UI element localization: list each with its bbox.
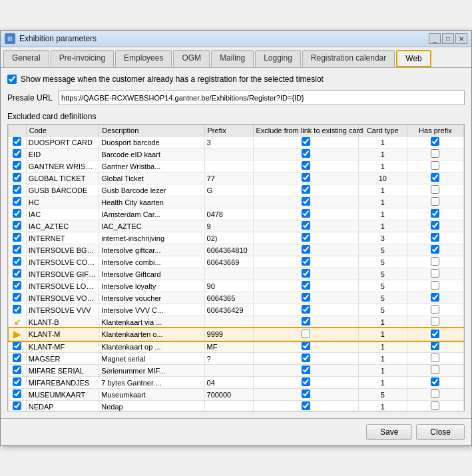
- row-hasprefix-checkbox[interactable]: [431, 365, 439, 374]
- row-exclude-checkbox[interactable]: [302, 305, 310, 314]
- row-hasprefix-checkbox[interactable]: [431, 221, 439, 230]
- tab-employees[interactable]: Employees: [115, 50, 172, 67]
- row-exclude-checkbox[interactable]: [302, 377, 310, 386]
- row-hasprefix-checkbox[interactable]: [431, 354, 439, 362]
- row-checked-checkbox[interactable]: [13, 389, 21, 398]
- row-checked-checkbox[interactable]: [13, 354, 21, 362]
- row-checked-checkbox[interactable]: [13, 257, 21, 266]
- row-hasprefix-checkbox[interactable]: [431, 257, 439, 266]
- save-button[interactable]: Save: [366, 424, 412, 440]
- row-checked-checkbox[interactable]: [13, 305, 21, 314]
- row-checked-checkbox[interactable]: [13, 245, 21, 254]
- row-exclude-checkbox[interactable]: [302, 269, 310, 278]
- row-hasprefix-checkbox[interactable]: [431, 197, 439, 206]
- row-exclude-checkbox[interactable]: [302, 317, 310, 326]
- row-exclude-cell: [253, 280, 358, 292]
- row-code: KLANT-MF: [26, 341, 99, 353]
- row-exclude-checkbox[interactable]: [302, 137, 310, 146]
- close-button[interactable]: ✕: [455, 33, 467, 44]
- row-hasprefix-checkbox[interactable]: [431, 389, 439, 398]
- close-button-footer[interactable]: Close: [416, 424, 465, 440]
- row-prefix: 90: [204, 280, 253, 292]
- row-checked-checkbox[interactable]: [13, 281, 21, 290]
- row-exclude-checkbox[interactable]: [302, 330, 310, 338]
- row-cardtype: 10: [358, 172, 407, 184]
- row-hasprefix-checkbox[interactable]: [431, 173, 439, 182]
- minimize-button[interactable]: _: [429, 33, 441, 44]
- row-checked-checkbox[interactable]: [13, 269, 21, 278]
- title-bar-left: ⊞ Exhibition parameters: [5, 33, 97, 44]
- row-exclude-checkbox[interactable]: [302, 149, 310, 158]
- tab-web[interactable]: Web: [396, 50, 431, 67]
- row-exclude-checkbox[interactable]: [302, 173, 310, 182]
- row-exclude-checkbox[interactable]: [302, 354, 310, 362]
- row-hasprefix-checkbox[interactable]: [431, 377, 439, 386]
- row-hasprefix-checkbox[interactable]: [431, 245, 439, 254]
- row-description: internet-inschrijving: [99, 232, 204, 244]
- row-exclude-checkbox[interactable]: [302, 401, 310, 410]
- row-exclude-checkbox[interactable]: [302, 233, 310, 242]
- row-exclude-checkbox[interactable]: [302, 293, 310, 302]
- row-checked-checkbox[interactable]: [13, 342, 21, 350]
- row-checked-checkbox[interactable]: [13, 197, 21, 206]
- maximize-button[interactable]: □: [442, 33, 454, 44]
- row-checked-checkbox[interactable]: [13, 365, 21, 374]
- row-hasprefix-checkbox[interactable]: [431, 281, 439, 290]
- tab-registration-calendar[interactable]: Registration calendar: [302, 50, 395, 67]
- show-message-checkbox[interactable]: [7, 75, 17, 84]
- row-checked-checkbox[interactable]: [13, 233, 21, 242]
- row-hasprefix-checkbox[interactable]: [431, 149, 439, 158]
- row-exclude-checkbox[interactable]: [302, 197, 310, 206]
- row-checked-checkbox[interactable]: [13, 149, 21, 158]
- row-prefix: 60643669: [204, 256, 253, 268]
- tab-logging[interactable]: Logging: [255, 50, 301, 67]
- row-exclude-checkbox[interactable]: [302, 257, 310, 266]
- row-exclude-cell: [253, 148, 358, 160]
- row-checked-checkbox[interactable]: [13, 161, 21, 170]
- row-checked-checkbox[interactable]: [13, 401, 21, 410]
- row-hasprefix-checkbox[interactable]: [431, 269, 439, 278]
- row-hasprefix-checkbox[interactable]: [431, 401, 439, 410]
- row-checked-checkbox[interactable]: [13, 377, 21, 386]
- row-hasprefix-checkbox[interactable]: [431, 293, 439, 302]
- row-hasprefix-checkbox[interactable]: [431, 161, 439, 170]
- table-scroll-area[interactable]: Code Description Prefix Exclude from lin…: [8, 124, 464, 411]
- row-exclude-checkbox[interactable]: [302, 342, 310, 350]
- row-hasprefix-cell: [407, 136, 463, 148]
- row-exclude-checkbox[interactable]: [302, 185, 310, 194]
- row-exclude-checkbox[interactable]: [302, 209, 310, 218]
- row-exclude-checkbox[interactable]: [302, 161, 310, 170]
- row-hasprefix-checkbox[interactable]: [431, 233, 439, 242]
- row-checkbox-cell: [9, 196, 27, 208]
- row-exclude-checkbox[interactable]: [302, 245, 310, 254]
- row-exclude-cell: [253, 389, 358, 401]
- row-exclude-checkbox[interactable]: [302, 389, 310, 398]
- row-checked-checkbox[interactable]: [13, 293, 21, 302]
- row-hasprefix-checkbox[interactable]: [431, 185, 439, 194]
- presale-url-input[interactable]: [58, 91, 465, 105]
- tab-mailing[interactable]: Mailing: [211, 50, 254, 67]
- table-row: INTERSOLVE VVVIntersolve VVV C...6064364…: [9, 304, 464, 316]
- row-exclude-cell: [253, 136, 358, 148]
- tab-pre-invoicing[interactable]: Pre-invoicing: [51, 50, 114, 67]
- row-hasprefix-checkbox[interactable]: [431, 305, 439, 314]
- table-row: EIDBarcode eID kaart1: [9, 148, 464, 160]
- tab-general[interactable]: General: [3, 50, 49, 67]
- row-checked-checkbox[interactable]: [13, 221, 21, 230]
- table-row: INTERSOLVE COMBIIntersolve combi...60643…: [9, 256, 464, 268]
- row-checked-checkbox[interactable]: [13, 209, 21, 218]
- tab-ogm[interactable]: OGM: [173, 50, 210, 67]
- row-checked-checkbox[interactable]: [13, 185, 21, 194]
- table-row: GUSB BARCODEGusb Barcode lezerG1: [9, 184, 464, 196]
- row-hasprefix-checkbox[interactable]: [431, 137, 439, 146]
- row-exclude-checkbox[interactable]: [302, 221, 310, 230]
- row-exclude-checkbox[interactable]: [302, 365, 310, 374]
- row-hasprefix-checkbox[interactable]: [431, 342, 439, 350]
- row-hasprefix-checkbox[interactable]: [431, 209, 439, 218]
- row-exclude-checkbox[interactable]: [302, 281, 310, 290]
- row-checked-checkbox[interactable]: [13, 173, 21, 182]
- row-checked-checkbox[interactable]: [13, 137, 21, 146]
- row-hasprefix-checkbox[interactable]: [431, 317, 439, 326]
- row-hasprefix-checkbox[interactable]: [431, 330, 439, 338]
- row-code: MUSEUMKAART: [26, 389, 99, 401]
